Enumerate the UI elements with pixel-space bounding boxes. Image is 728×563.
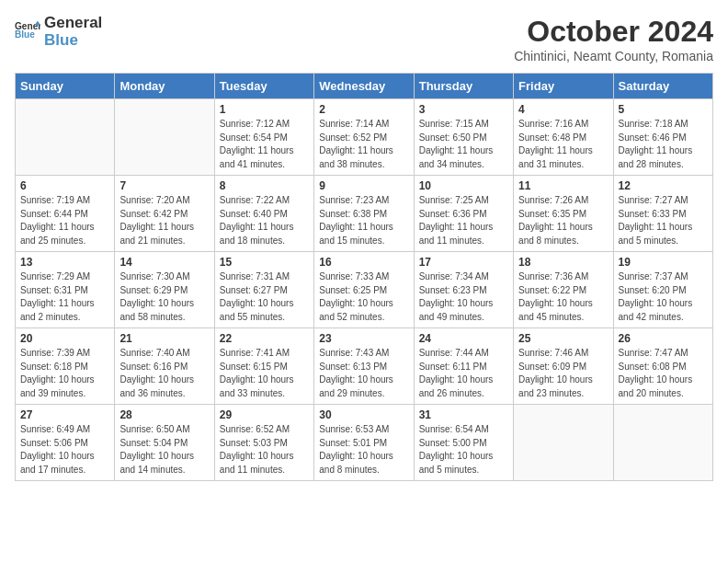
day-number: 12 (619, 179, 708, 192)
day-number: 6 (20, 179, 109, 192)
calendar-day-cell: 19Sunrise: 7:37 AMSunset: 6:20 PMDayligh… (613, 252, 712, 328)
day-info: Sunrise: 6:53 AMSunset: 5:01 PMDaylight:… (319, 423, 408, 477)
day-info: Sunrise: 7:44 AMSunset: 6:11 PMDaylight:… (419, 347, 508, 400)
day-number: 4 (518, 103, 608, 116)
calendar-day-cell: 14Sunrise: 7:30 AMSunset: 6:29 PMDayligh… (115, 252, 214, 328)
day-number: 3 (419, 103, 508, 116)
calendar-day-cell (16, 99, 115, 176)
weekday-header: Saturday (613, 74, 712, 99)
day-info: Sunrise: 7:43 AMSunset: 6:13 PMDaylight:… (319, 347, 408, 400)
weekday-header: Thursday (414, 74, 513, 99)
calendar-day-cell: 29Sunrise: 6:52 AMSunset: 5:03 PMDayligh… (214, 405, 313, 481)
day-info: Sunrise: 6:52 AMSunset: 5:03 PMDaylight:… (220, 423, 309, 477)
day-number: 9 (319, 179, 408, 192)
day-info: Sunrise: 7:19 AMSunset: 6:44 PMDaylight:… (20, 194, 109, 247)
day-number: 2 (319, 103, 408, 116)
calendar-day-cell: 30Sunrise: 6:53 AMSunset: 5:01 PMDayligh… (314, 405, 414, 481)
calendar-table: SundayMondayTuesdayWednesdayThursdayFrid… (15, 73, 713, 481)
day-info: Sunrise: 7:22 AMSunset: 6:40 PMDaylight:… (220, 194, 309, 247)
day-info: Sunrise: 7:27 AMSunset: 6:33 PMDaylight:… (619, 194, 708, 247)
calendar-day-cell: 17Sunrise: 7:34 AMSunset: 6:23 PMDayligh… (414, 252, 513, 328)
calendar-day-cell: 8Sunrise: 7:22 AMSunset: 6:40 PMDaylight… (214, 176, 313, 252)
day-number: 8 (220, 179, 309, 192)
calendar-day-cell: 26Sunrise: 7:47 AMSunset: 6:08 PMDayligh… (613, 328, 712, 405)
day-info: Sunrise: 6:49 AMSunset: 5:06 PMDaylight:… (20, 423, 109, 477)
calendar-day-cell: 15Sunrise: 7:31 AMSunset: 6:27 PMDayligh… (214, 252, 313, 328)
day-number: 7 (119, 179, 209, 192)
day-number: 22 (220, 332, 309, 345)
svg-text:Blue: Blue (15, 29, 35, 40)
day-info: Sunrise: 6:50 AMSunset: 5:04 PMDaylight:… (119, 423, 209, 477)
day-info: Sunrise: 7:20 AMSunset: 6:42 PMDaylight:… (119, 194, 209, 247)
calendar-day-cell (115, 99, 214, 176)
day-info: Sunrise: 7:31 AMSunset: 6:27 PMDaylight:… (220, 270, 309, 324)
day-info: Sunrise: 7:29 AMSunset: 6:31 PMDaylight:… (20, 270, 109, 324)
logo-general: General (44, 15, 102, 32)
weekday-header: Friday (514, 74, 613, 99)
calendar-day-cell: 16Sunrise: 7:33 AMSunset: 6:25 PMDayligh… (314, 252, 414, 328)
calendar-day-cell (613, 405, 712, 481)
day-number: 27 (20, 408, 109, 421)
day-info: Sunrise: 6:54 AMSunset: 5:00 PMDaylight:… (419, 423, 508, 477)
month-title: October 2024 (514, 15, 713, 49)
day-number: 24 (419, 332, 508, 345)
calendar-week-row: 13Sunrise: 7:29 AMSunset: 6:31 PMDayligh… (16, 252, 713, 328)
calendar-week-row: 27Sunrise: 6:49 AMSunset: 5:06 PMDayligh… (16, 405, 713, 481)
day-number: 20 (20, 332, 109, 345)
day-info: Sunrise: 7:30 AMSunset: 6:29 PMDaylight:… (119, 270, 209, 324)
day-info: Sunrise: 7:26 AMSunset: 6:35 PMDaylight:… (518, 194, 608, 247)
calendar-week-row: 20Sunrise: 7:39 AMSunset: 6:18 PMDayligh… (16, 328, 713, 405)
calendar-day-cell: 31Sunrise: 6:54 AMSunset: 5:00 PMDayligh… (414, 405, 513, 481)
day-info: Sunrise: 7:34 AMSunset: 6:23 PMDaylight:… (419, 270, 508, 324)
calendar-day-cell: 28Sunrise: 6:50 AMSunset: 5:04 PMDayligh… (115, 405, 214, 481)
calendar-week-row: 1Sunrise: 7:12 AMSunset: 6:54 PMDaylight… (16, 99, 713, 176)
calendar-day-cell: 1Sunrise: 7:12 AMSunset: 6:54 PMDaylight… (214, 99, 313, 176)
day-number: 21 (119, 332, 209, 345)
day-number: 16 (319, 256, 408, 269)
day-info: Sunrise: 7:12 AMSunset: 6:54 PMDaylight:… (220, 118, 309, 171)
calendar-day-cell: 12Sunrise: 7:27 AMSunset: 6:33 PMDayligh… (613, 176, 712, 252)
calendar-day-cell: 18Sunrise: 7:36 AMSunset: 6:22 PMDayligh… (514, 252, 613, 328)
day-info: Sunrise: 7:14 AMSunset: 6:52 PMDaylight:… (319, 118, 408, 171)
calendar-day-cell: 5Sunrise: 7:18 AMSunset: 6:46 PMDaylight… (613, 99, 712, 176)
day-info: Sunrise: 7:16 AMSunset: 6:48 PMDaylight:… (518, 118, 608, 171)
calendar-day-cell: 11Sunrise: 7:26 AMSunset: 6:35 PMDayligh… (514, 176, 613, 252)
day-number: 23 (319, 332, 408, 345)
day-info: Sunrise: 7:25 AMSunset: 6:36 PMDaylight:… (419, 194, 508, 247)
weekday-header-row: SundayMondayTuesdayWednesdayThursdayFrid… (16, 74, 713, 99)
day-number: 25 (518, 332, 608, 345)
day-number: 28 (119, 408, 209, 421)
day-number: 29 (220, 408, 309, 421)
logo-blue: Blue (44, 32, 102, 50)
weekday-header: Tuesday (214, 74, 313, 99)
day-number: 17 (419, 256, 508, 269)
day-info: Sunrise: 7:46 AMSunset: 6:09 PMDaylight:… (518, 347, 608, 400)
calendar-day-cell: 13Sunrise: 7:29 AMSunset: 6:31 PMDayligh… (16, 252, 115, 328)
calendar-day-cell: 10Sunrise: 7:25 AMSunset: 6:36 PMDayligh… (414, 176, 513, 252)
logo-icon: General Blue (15, 19, 40, 45)
day-info: Sunrise: 7:23 AMSunset: 6:38 PMDaylight:… (319, 194, 408, 247)
day-info: Sunrise: 7:15 AMSunset: 6:50 PMDaylight:… (419, 118, 508, 171)
day-info: Sunrise: 7:18 AMSunset: 6:46 PMDaylight:… (619, 118, 708, 171)
calendar-day-cell: 23Sunrise: 7:43 AMSunset: 6:13 PMDayligh… (314, 328, 414, 405)
calendar-day-cell (514, 405, 613, 481)
weekday-header: Monday (115, 74, 214, 99)
day-number: 18 (518, 256, 608, 269)
day-number: 13 (20, 256, 109, 269)
day-number: 30 (319, 408, 408, 421)
weekday-header: Wednesday (314, 74, 414, 99)
day-number: 19 (619, 256, 708, 269)
calendar-day-cell: 24Sunrise: 7:44 AMSunset: 6:11 PMDayligh… (414, 328, 513, 405)
calendar-week-row: 6Sunrise: 7:19 AMSunset: 6:44 PMDaylight… (16, 176, 713, 252)
weekday-header: Sunday (16, 74, 115, 99)
calendar-day-cell: 3Sunrise: 7:15 AMSunset: 6:50 PMDaylight… (414, 99, 513, 176)
calendar-day-cell: 20Sunrise: 7:39 AMSunset: 6:18 PMDayligh… (16, 328, 115, 405)
title-block: October 2024 Chintinici, Neamt County, R… (514, 15, 713, 63)
calendar-day-cell: 4Sunrise: 7:16 AMSunset: 6:48 PMDaylight… (514, 99, 613, 176)
page-header: General Blue General Blue October 2024 C… (15, 15, 713, 63)
day-number: 11 (518, 179, 608, 192)
day-number: 10 (419, 179, 508, 192)
calendar-day-cell: 22Sunrise: 7:41 AMSunset: 6:15 PMDayligh… (214, 328, 313, 405)
day-number: 15 (220, 256, 309, 269)
calendar-day-cell: 25Sunrise: 7:46 AMSunset: 6:09 PMDayligh… (514, 328, 613, 405)
